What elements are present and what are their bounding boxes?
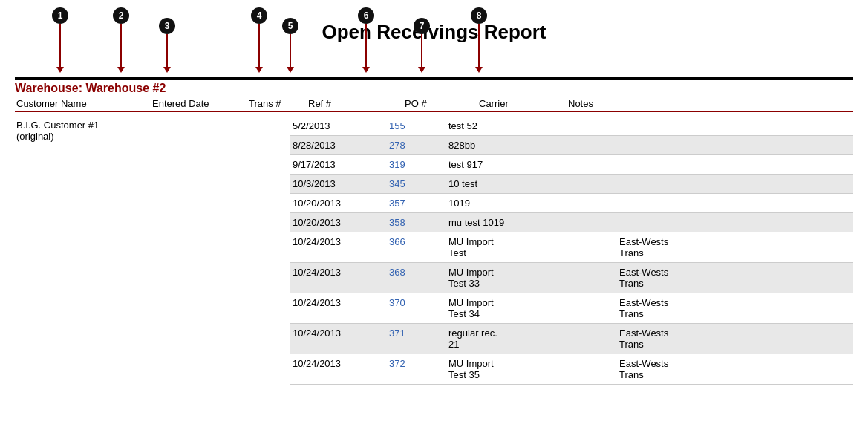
arrowhead-1 bbox=[56, 67, 64, 73]
col-header-customer: Customer Name bbox=[15, 98, 152, 109]
cell-entered: 9/17/2013 bbox=[290, 155, 386, 175]
cell-carrier bbox=[616, 136, 705, 155]
arrow-line-7 bbox=[421, 34, 422, 67]
badge-7: 7 bbox=[414, 18, 430, 34]
arrowhead-2 bbox=[117, 67, 125, 73]
cell-carrier: East-WestsTrans bbox=[616, 263, 705, 293]
cell-entered: 10/24/2013 bbox=[290, 354, 386, 385]
table-row: 10/24/2013371regular rec.21East-WestsTra… bbox=[290, 324, 853, 354]
cell-ref: MU ImportTest 33 bbox=[446, 263, 542, 293]
cell-carrier bbox=[616, 155, 705, 175]
table-row: 10/24/2013366MU ImportTestEast-WestsTran… bbox=[290, 232, 853, 263]
cell-carrier bbox=[616, 175, 705, 194]
warehouse-name-text: Warehouse #2 bbox=[85, 82, 166, 94]
customer-group-0: B.I.G. Customer #1(original) 5/2/2013155… bbox=[15, 117, 853, 385]
cell-trans: 370 bbox=[386, 293, 446, 324]
cell-entered: 10/24/2013 bbox=[290, 263, 386, 293]
warehouse-label-text: Warehouse: bbox=[15, 82, 82, 94]
annotation-5: 5 bbox=[282, 18, 298, 73]
cell-notes bbox=[705, 155, 853, 175]
col-header-carrier: Carrier bbox=[479, 98, 568, 109]
cell-notes bbox=[705, 324, 853, 354]
cell-carrier bbox=[616, 194, 705, 213]
cell-trans: 155 bbox=[386, 117, 446, 136]
cell-carrier: East-WestsTrans bbox=[616, 293, 705, 324]
arrow-line-4 bbox=[258, 24, 260, 67]
table-row: 10/24/2013370MU ImportTest 34East-WestsT… bbox=[290, 293, 853, 324]
cell-po bbox=[542, 354, 616, 385]
cell-po bbox=[542, 213, 616, 232]
cell-notes bbox=[705, 232, 853, 263]
cell-carrier: East-WestsTrans bbox=[616, 354, 705, 385]
cell-notes bbox=[705, 194, 853, 213]
cell-po bbox=[542, 175, 616, 194]
table-row: 10/24/2013372MU ImportTest 35East-WestsT… bbox=[290, 354, 853, 385]
thick-separator bbox=[15, 77, 853, 80]
arrowhead-3 bbox=[163, 67, 171, 73]
badge-4: 4 bbox=[251, 7, 267, 24]
cell-ref: 1019 bbox=[446, 194, 542, 213]
table-row: 10/20/20133571019 bbox=[290, 194, 853, 213]
col-header-trans: Trans # bbox=[249, 98, 308, 109]
col-header-entered: Entered Date bbox=[152, 98, 249, 109]
cell-notes bbox=[705, 354, 853, 385]
cell-entered: 10/24/2013 bbox=[290, 324, 386, 354]
cell-ref: 10 test bbox=[446, 175, 542, 194]
cell-notes bbox=[705, 293, 853, 324]
arrow-line-8 bbox=[478, 24, 480, 67]
col-header-po: PO # bbox=[405, 98, 479, 109]
cell-carrier: East-WestsTrans bbox=[616, 232, 705, 263]
column-headers: Customer Name Entered Date Trans # Ref #… bbox=[15, 97, 853, 112]
cell-trans: 358 bbox=[386, 213, 446, 232]
cell-entered: 10/3/2013 bbox=[290, 175, 386, 194]
cell-carrier bbox=[616, 213, 705, 232]
warehouse-label: Warehouse: Warehouse #2 bbox=[15, 82, 853, 95]
col-header-ref: Ref # bbox=[308, 98, 405, 109]
cell-ref: MU ImportTest bbox=[446, 232, 542, 263]
annotation-6: 6 bbox=[358, 7, 374, 73]
data-table: 5/2/2013155test 528/28/2013278828bb9/17/… bbox=[290, 117, 853, 385]
cell-trans: 368 bbox=[386, 263, 446, 293]
col-header-notes: Notes bbox=[568, 98, 853, 109]
annotation-8: 8 bbox=[471, 7, 487, 73]
cell-po bbox=[542, 263, 616, 293]
cell-trans: 366 bbox=[386, 232, 446, 263]
cell-ref: test 917 bbox=[446, 155, 542, 175]
annotation-4: 4 bbox=[251, 7, 267, 73]
cell-entered: 5/2/2013 bbox=[290, 117, 386, 136]
cell-notes bbox=[705, 175, 853, 194]
cell-carrier bbox=[616, 117, 705, 136]
table-wrapper: B.I.G. Customer #1(original) 5/2/2013155… bbox=[15, 117, 853, 385]
cell-notes bbox=[705, 213, 853, 232]
badge-6: 6 bbox=[358, 7, 374, 24]
arrowhead-6 bbox=[362, 67, 370, 73]
cell-entered: 10/20/2013 bbox=[290, 213, 386, 232]
cell-po bbox=[542, 194, 616, 213]
report-title: Open Receivings Report bbox=[15, 21, 853, 44]
cell-notes bbox=[705, 263, 853, 293]
annotation-7: 7 bbox=[414, 18, 430, 73]
cell-trans: 278 bbox=[386, 136, 446, 155]
customer-name-col: B.I.G. Customer #1(original) bbox=[15, 117, 152, 385]
cell-entered: 10/20/2013 bbox=[290, 194, 386, 213]
arrow-line-5 bbox=[290, 34, 291, 67]
table-row: 8/28/2013278828bb bbox=[290, 136, 853, 155]
cell-entered: 10/24/2013 bbox=[290, 293, 386, 324]
annotations-area: 1 2 3 Open Receivings Report 4 5 bbox=[15, 7, 853, 74]
customer-name: B.I.G. Customer #1(original) bbox=[15, 117, 152, 145]
cell-entered: 8/28/2013 bbox=[290, 136, 386, 155]
arrowhead-8 bbox=[475, 67, 483, 73]
cell-entered: 10/24/2013 bbox=[290, 232, 386, 263]
cell-ref: MU ImportTest 34 bbox=[446, 293, 542, 324]
table-row: 10/20/2013358mu test 1019 bbox=[290, 213, 853, 232]
cell-po bbox=[542, 232, 616, 263]
cell-ref: regular rec.21 bbox=[446, 324, 542, 354]
cell-notes bbox=[705, 117, 853, 136]
arrowhead-5 bbox=[287, 67, 294, 73]
cell-ref: 828bb bbox=[446, 136, 542, 155]
table-row: 10/3/201334510 test bbox=[290, 175, 853, 194]
cell-carrier: East-WestsTrans bbox=[616, 324, 705, 354]
cell-ref: test 52 bbox=[446, 117, 542, 136]
arrowhead-7 bbox=[418, 67, 425, 73]
cell-po bbox=[542, 293, 616, 324]
